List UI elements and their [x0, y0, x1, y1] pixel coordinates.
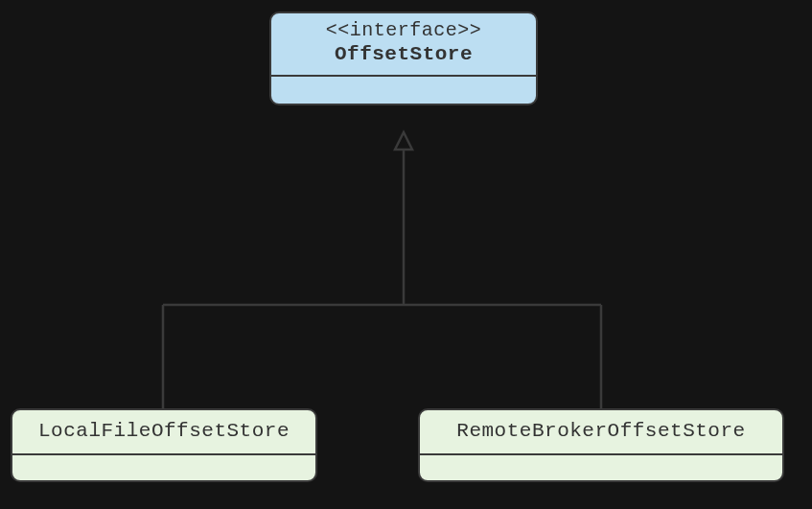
uml-box-body	[420, 455, 782, 480]
uml-class-remotebrokeroffsetstore: RemoteBrokerOffsetStore	[418, 408, 784, 482]
uml-interface-offsetstore: <<interface>> OffsetStore	[269, 12, 538, 105]
uml-class-name: LocalFileOffsetStore	[12, 410, 315, 455]
uml-class-name: RemoteBrokerOffsetStore	[420, 410, 782, 455]
uml-box-title: <<interface>> OffsetStore	[271, 13, 536, 77]
uml-stereotype: <<interface>>	[283, 19, 524, 41]
uml-box-body	[12, 455, 315, 480]
uml-box-body	[271, 77, 536, 104]
uml-class-localfileoffsetstore: LocalFileOffsetStore	[11, 408, 317, 482]
svg-marker-1	[395, 132, 412, 150]
uml-interface-name: OffsetStore	[283, 43, 524, 65]
